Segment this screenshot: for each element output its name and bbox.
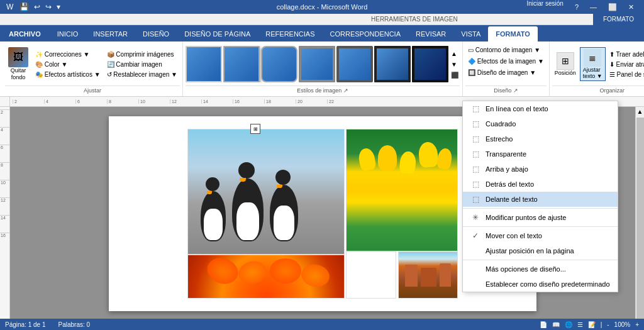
img-style-6[interactable] bbox=[374, 46, 411, 82]
diseno-expand-icon[interactable]: ↗ bbox=[513, 87, 518, 94]
tab-diseno-pagina[interactable]: DISEÑO DE PÁGINA bbox=[177, 26, 258, 41]
save-qa-btn[interactable]: 💾 bbox=[18, 3, 30, 11]
cambiar-btn[interactable]: 🔄 Cambiar imagen bbox=[104, 60, 180, 69]
view-btn-read[interactable]: 📖 bbox=[552, 321, 560, 328]
img-style-2[interactable] bbox=[223, 46, 260, 82]
img-style-5[interactable] bbox=[336, 46, 373, 82]
signin-btn[interactable]: Iniciar sesión bbox=[522, 0, 569, 14]
correcciones-btn[interactable]: ✨ Correcciones ▼ bbox=[33, 50, 103, 59]
tab-diseno[interactable]: DISEÑO bbox=[135, 26, 177, 41]
window-controls: Iniciar sesión ? — ⬜ ✕ bbox=[522, 0, 639, 14]
view-btn-outline[interactable]: ☰ bbox=[577, 321, 583, 328]
contorno-btn[interactable]: ▭ Contorno de imagen ▼ bbox=[465, 45, 543, 55]
zoom-level: 100% bbox=[614, 321, 631, 328]
posicion-btn[interactable]: ⊞ Posición bbox=[552, 51, 579, 77]
ribbon-tabs: ARCHIVO INICIO INSERTAR DISEÑO DISEÑO DE… bbox=[0, 25, 644, 41]
img-style-7[interactable] bbox=[412, 46, 448, 82]
color-btn[interactable]: 🎨 Color ▼ bbox=[33, 60, 103, 69]
separator-v: | bbox=[601, 321, 602, 328]
arriba-abajo-item[interactable]: ⬚ Arriba y abajo bbox=[463, 162, 618, 177]
flower-image[interactable] bbox=[187, 255, 345, 299]
scrollbar-vertical[interactable]: ▲ ▼ bbox=[635, 107, 644, 330]
ajustar-texto-icon: ≣ bbox=[584, 49, 601, 67]
modificar-puntos-item[interactable]: ✳ Modificar puntos de ajuste bbox=[463, 210, 618, 225]
organizar-group: ⊞ Posición ≣ Ajustartexto ▼ ⬆ Traer adel… bbox=[550, 41, 644, 96]
mas-opciones-item[interactable]: Más opciones de diseño... bbox=[463, 261, 618, 277]
ruler-v-8: 8 bbox=[0, 162, 9, 180]
styles-scroll: ▲ ▼ ⬛ bbox=[450, 49, 460, 80]
establecer-default-item[interactable]: Establecer como diseño predeterminado bbox=[463, 277, 618, 292]
styles-scroll-up[interactable]: ▲ bbox=[450, 49, 460, 58]
maximize-btn[interactable]: ⬜ bbox=[603, 0, 622, 14]
tab-referencias[interactable]: REFERENCIAS bbox=[258, 26, 322, 41]
efectos-imagen-btn[interactable]: 🔷 Efectos de la imagen ▼ bbox=[465, 57, 547, 66]
estilos-label: Estilos de imagen ↗ bbox=[186, 85, 460, 95]
organizar-content: ⊞ Posición ≣ Ajustartexto ▼ ⬆ Traer adel… bbox=[552, 43, 644, 85]
tab-archivo[interactable]: ARCHIVO bbox=[0, 26, 50, 41]
view-btn-draft[interactable]: 📝 bbox=[588, 321, 596, 328]
mover-texto-item[interactable]: ✓ Mover con el texto bbox=[463, 228, 618, 243]
ajustar-texto-btn[interactable]: ≣ Ajustartexto ▼ bbox=[580, 47, 606, 81]
ruler-v-14: 14 bbox=[0, 215, 9, 233]
img-style-1[interactable] bbox=[186, 46, 222, 82]
styles-scroll-down[interactable]: ▼ bbox=[450, 60, 460, 69]
detras-texto-item[interactable]: ⬚ Detrás del texto bbox=[463, 177, 618, 192]
canyon-image[interactable] bbox=[398, 251, 458, 299]
scroll-up-btn[interactable]: ▲ bbox=[636, 107, 644, 116]
en-linea-icon: ⬚ bbox=[470, 104, 480, 114]
ruler-mark: 12 bbox=[170, 99, 201, 104]
ruler-mark: 6 bbox=[75, 99, 107, 104]
tab-vista[interactable]: VISTA bbox=[453, 26, 488, 41]
view-btn-web[interactable]: 🌐 bbox=[565, 321, 572, 328]
delante-texto-item[interactable]: ⬚ Delante del texto bbox=[463, 192, 618, 207]
word-icon: W bbox=[5, 3, 14, 11]
transparente-label: Transparente bbox=[486, 150, 526, 158]
image-handle[interactable]: ⊞ bbox=[250, 124, 260, 134]
tulips-image[interactable] bbox=[346, 129, 458, 251]
minimize-btn[interactable]: — bbox=[585, 0, 602, 14]
zoom-out-btn[interactable]: - bbox=[607, 321, 609, 328]
styles-expand[interactable]: ⬛ bbox=[450, 70, 460, 80]
organizar-btn-stack: ⬆ Traer adelante ▼ ⬇ Enviar atrás ▼ ☰ Pa… bbox=[607, 50, 644, 79]
help-btn[interactable]: ? bbox=[570, 0, 584, 14]
estrecho-item[interactable]: ⬚ Estrecho bbox=[463, 131, 618, 146]
delante-texto-icon: ⬚ bbox=[470, 194, 480, 204]
ruler-mark: 2 bbox=[13, 99, 44, 104]
separator-3 bbox=[463, 260, 618, 260]
cuadrado-item[interactable]: ⬚ Cuadrado bbox=[463, 116, 618, 131]
ruler-v-16: 16 bbox=[0, 233, 9, 250]
estilos-expand-icon[interactable]: ↗ bbox=[343, 87, 348, 94]
comprimir-btn[interactable]: 📦 Comprimir imágenes bbox=[104, 50, 180, 59]
penguins-image[interactable] bbox=[187, 129, 345, 255]
restablecer-btn[interactable]: ↺ Restablecer imagen ▼ bbox=[104, 70, 180, 79]
img-style-3[interactable] bbox=[261, 46, 297, 82]
white-block bbox=[346, 251, 396, 299]
view-btn-print[interactable]: 📄 bbox=[540, 321, 547, 328]
tab-correspondencia[interactable]: CORRESPONDENCIA bbox=[323, 26, 408, 41]
transparente-item[interactable]: ⬚ Transparente bbox=[463, 146, 618, 162]
ajustar-posicion-item[interactable]: Ajustar posición en la página bbox=[463, 243, 618, 258]
panel-seleccion-btn[interactable]: ☰ Panel de selección bbox=[607, 70, 644, 79]
zoom-in-btn[interactable]: + bbox=[635, 321, 639, 328]
close-btn[interactable]: ✕ bbox=[623, 0, 639, 14]
cuadrado-icon: ⬚ bbox=[470, 119, 480, 129]
redo-qa-btn[interactable]: ↪ bbox=[44, 3, 53, 11]
posicion-icon: ⊞ bbox=[557, 52, 574, 70]
quitar-fondo-btn[interactable]: 🖼 Quitarfondo bbox=[5, 45, 31, 83]
en-linea-item[interactable]: ⬚ En línea con el texto bbox=[463, 101, 618, 116]
enviar-atras-btn[interactable]: ⬇ Enviar atrás ▼ bbox=[607, 60, 644, 69]
customize-qa-btn[interactable]: ▾ bbox=[55, 3, 62, 11]
diseno-imagen-btn[interactable]: 🔲 Diseño de imagen ▼ bbox=[465, 68, 538, 77]
tab-insertar[interactable]: INSERTAR bbox=[86, 26, 135, 41]
ajustar-content: 🖼 Quitarfondo ✨ Correcciones ▼ 🎨 Color ▼… bbox=[5, 43, 180, 85]
tab-formato[interactable]: FORMATO bbox=[488, 26, 538, 41]
modificar-puntos-label: Modificar puntos de ajuste bbox=[486, 214, 566, 221]
formato-tools-tab[interactable]: FORMATO bbox=[593, 14, 644, 25]
undo-qa-btn[interactable]: ↩ bbox=[33, 3, 42, 11]
scroll-thumb[interactable] bbox=[636, 118, 644, 319]
tab-revisar[interactable]: REVISAR bbox=[408, 26, 453, 41]
efectos-btn[interactable]: 🎭 Efectos artísticos ▼ bbox=[33, 70, 103, 79]
img-style-4[interactable] bbox=[299, 46, 335, 82]
tab-inicio[interactable]: INICIO bbox=[50, 26, 86, 41]
traer-adelante-btn[interactable]: ⬆ Traer adelante ▼ bbox=[607, 50, 644, 59]
